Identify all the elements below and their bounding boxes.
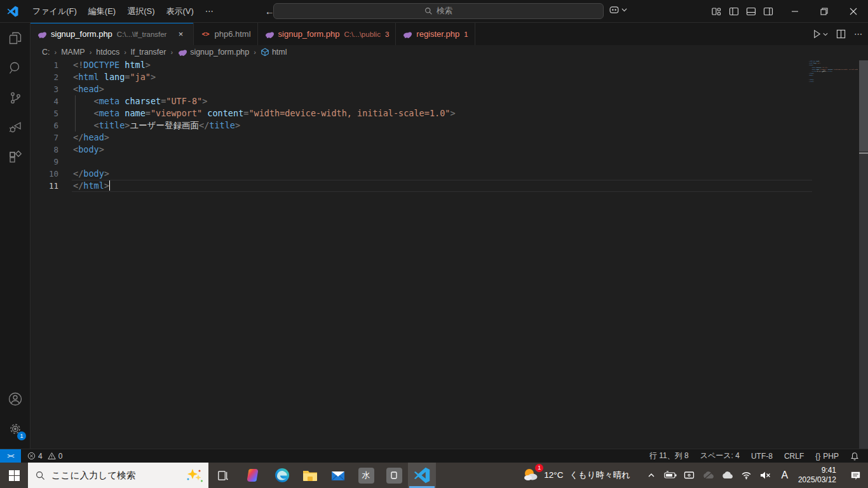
remote-indicator[interactable]: >< [0,449,21,463]
toggle-secondary-sidebar-icon[interactable] [763,6,773,17]
tray-chevron-up-icon[interactable] [644,463,658,488]
code-line[interactable]: 8<body> [31,144,868,156]
code-line[interactable]: 11</html> [31,180,868,192]
breadcrumb-separator-icon: › [254,48,256,56]
taskbar-app-kanji-sui-icon[interactable]: 水 [352,463,380,488]
windows-logo-icon [9,470,20,481]
code-line[interactable]: 2<html lang="ja"> [31,71,868,83]
code-line[interactable]: 3<head> [31,83,868,95]
taskbar-app-copilot-icon[interactable] [240,463,268,488]
breadcrumb-item-html[interactable]: html [261,48,287,57]
code-line[interactable]: 5 <meta name="viewport" content="width=d… [31,107,868,119]
close-button[interactable] [839,0,868,22]
breadcrumb-separator-icon: › [124,48,126,56]
search-placeholder: 検索 [437,6,452,17]
indent-guide [75,95,76,132]
breadcrumb-item-signup-form-php[interactable]: signup_form.php [177,47,249,57]
toggle-panel-icon[interactable] [746,6,756,17]
language-status[interactable]: {} PHP [815,452,839,461]
breadcrumb-label: C: [42,48,50,57]
taskbar-app-explorer-icon[interactable] [296,463,324,488]
tray-battery-icon[interactable] [663,463,677,488]
more-actions-icon[interactable]: ⋯ [854,29,863,39]
task-view-icon[interactable] [212,463,233,488]
code-line[interactable]: 10</body> [31,168,868,180]
run-button[interactable] [812,29,828,39]
editor-actions: ⋯ [812,23,863,45]
account-icon[interactable] [0,384,31,414]
explorer-icon[interactable] [0,23,31,53]
tray-onedrive-paused-icon[interactable] [702,463,715,488]
line-number: 7 [31,132,58,144]
tab-problems-badge: 3 [385,30,389,38]
taskbar-app-widget-app-icon[interactable] [380,463,408,488]
taskbar-app-vscode-icon[interactable] [408,463,436,488]
menu-edit[interactable]: 編集(E) [83,0,121,22]
menu-selection[interactable]: 選択(S) [121,0,160,22]
breadcrumb-label: htdocs [96,48,119,57]
error-icon [27,452,36,460]
taskbar-clock[interactable]: 9:41 2025/03/12 [792,466,843,485]
weather-alert-badge: 1 [535,464,543,472]
vertical-scrollbar[interactable] [859,60,868,449]
restore-icon [820,8,828,15]
breadcrumb-item-htdocs[interactable]: htdocs [96,48,119,57]
breadcrumb-item-mamp[interactable]: MAMP [61,48,85,57]
tab-signup_form.php[interactable]: signup_form.phpC:\...\public3 [258,23,397,45]
breadcrumb-item-lf-transfer[interactable]: lf_transfer [131,48,166,57]
run-debug-icon[interactable] [0,112,31,142]
taskbar-search-input[interactable]: ここに入力して検索 [28,463,208,488]
taskbar-app-edge-icon[interactable] [268,463,296,488]
minimize-button[interactable] [780,0,810,22]
tab-register.php[interactable]: register.php1 [396,23,475,45]
tab-php6.html[interactable]: <>php6.html [194,23,257,45]
code-line[interactable]: 1<!DOCTYPE html> [31,59,868,71]
source-control-icon[interactable] [0,83,31,112]
taskbar-app-mail-icon[interactable] [324,463,352,488]
toggle-sidebar-icon[interactable] [729,6,739,17]
problems-status[interactable]: 4 0 [27,452,62,461]
code-line[interactable]: 7</head> [31,132,868,144]
cursor-position-status[interactable]: 行 11、列 8 [649,451,689,461]
php-file-icon [37,29,47,39]
minimap[interactable]: <!DOCTYPE html><html lang="ja"><head> <m… [794,60,858,83]
tray-ime-a-icon[interactable]: A [778,463,792,488]
action-center-icon[interactable] [843,463,868,488]
search-view-icon[interactable] [0,53,31,83]
split-editor-icon[interactable] [836,29,846,39]
menu-file[interactable]: ファイル(F) [27,0,83,22]
notifications-bell-icon[interactable] [850,452,859,461]
encoding-status[interactable]: UTF-8 [751,452,773,461]
tray-wifi-icon[interactable] [740,463,754,488]
eol-status[interactable]: CRLF [784,452,804,461]
run-dropdown-icon[interactable] [823,32,828,37]
tab-signup_form.php[interactable]: signup_form.phpC:\...\lf_transfer× [31,23,194,45]
breadcrumb-item-c-[interactable]: C: [42,48,50,57]
extensions-icon[interactable] [0,142,31,172]
code-line[interactable]: 6 <title>ユーザー登録画面</title> [31,119,868,132]
breadcrumb-separator-icon: › [170,48,173,56]
tray-display-icon[interactable] [682,463,696,488]
line-number: 5 [31,107,58,119]
customize-layout-icon[interactable] [712,6,722,17]
code-editor[interactable]: 1<!DOCTYPE html>2<html lang="ja">3<head>… [31,59,868,449]
command-center-search[interactable]: 検索 [273,3,604,19]
code-line[interactable]: 9 [31,156,868,168]
settings-gear-icon[interactable]: 1 [0,414,31,444]
weather-widget[interactable]: 1 12°C くもり時々晴れ [517,467,635,484]
menu-view[interactable]: 表示(V) [161,0,200,22]
indentation-status[interactable]: スペース: 4 [700,451,740,461]
restore-button[interactable] [810,0,839,22]
code-line[interactable]: 4 <meta charset="UTF-8"> [31,95,868,107]
menu-more[interactable]: ⋯ [200,0,219,22]
tab-close-icon[interactable]: × [174,29,187,39]
php-file-icon [264,29,275,39]
copilot-icon [609,4,620,15]
line-number: 6 [31,119,58,132]
copilot-menu-button[interactable] [609,4,627,15]
tab-label: signup_form.php [51,29,112,39]
scrollbar-thumb[interactable] [859,60,868,151]
tray-volume-muted-icon[interactable] [759,463,773,488]
tray-cloud-icon[interactable] [721,463,735,488]
start-button[interactable] [0,463,28,488]
